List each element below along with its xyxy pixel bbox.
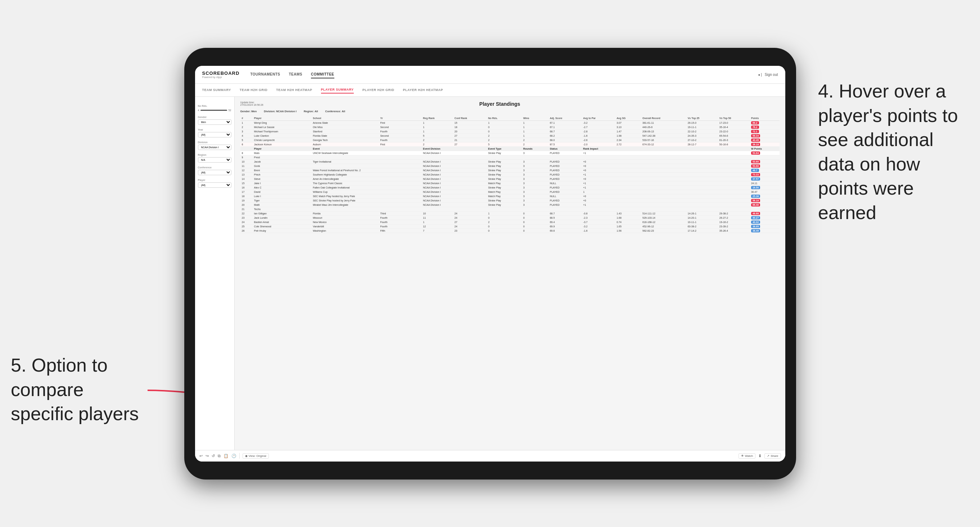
filter-gender: Gender: Men xyxy=(240,110,257,113)
redo-icon[interactable]: ↪ xyxy=(205,454,209,458)
points-badge[interactable]: 38.95 xyxy=(751,225,760,228)
points-badge[interactable]: 53.60 xyxy=(751,164,760,168)
paste-icon[interactable]: 📋 xyxy=(223,454,229,458)
sub-nav-player-summary[interactable]: PLAYER SUMMARY xyxy=(321,86,354,94)
nav-item-teams[interactable]: TEAMS xyxy=(289,71,303,78)
tablet-frame: SCOREBOARD Powered by clippi TOURNAMENTS… xyxy=(184,48,796,479)
sign-out-link[interactable]: Sign out xyxy=(765,73,778,77)
points-badge[interactable]: 56.18 xyxy=(751,199,760,202)
points-badge[interactable]: 53.60 xyxy=(751,160,760,163)
col-avg-sg: Avg SG xyxy=(615,116,641,121)
division-select[interactable]: NCAA Division I xyxy=(198,144,231,150)
table-row: 21 Techs xyxy=(240,207,780,211)
points-badge[interactable]: 37.57 xyxy=(751,177,760,181)
table-row: 13 Phich Southern Highlands Collegiate N… xyxy=(240,172,780,177)
points-badge[interactable]: 38.49 xyxy=(751,229,760,232)
table-row: 11 Gonk NCAA Division I Stroke Play 3 PL… xyxy=(240,163,780,168)
points-badge[interactable]: 58.34 xyxy=(751,134,760,137)
refresh-icon[interactable]: ↺ xyxy=(212,454,215,458)
points-badge[interactable]: 40.49 xyxy=(751,138,760,142)
points-badge[interactable]: 66.40 xyxy=(751,203,760,206)
points-badge[interactable]: 72.1 xyxy=(751,130,759,133)
watch-icon: 👁 xyxy=(741,454,744,457)
col-rank: # xyxy=(240,116,253,121)
main-content: No Rds. 4 52 Gender Men Year (All) xyxy=(195,97,785,450)
division-label: Division xyxy=(198,141,231,143)
col-avg-to-par: Avg to Par xyxy=(582,116,615,121)
table-row: 26 Petr Hruby Washington Fifth 7 23 0 0 … xyxy=(240,229,780,233)
points-badge[interactable]: 25.38 xyxy=(751,195,760,198)
sub-nav-player-h2h-grid[interactable]: PLAYER H2H GRID xyxy=(363,87,395,93)
no-rds-min: 4 xyxy=(198,109,199,111)
points-badge[interactable]: 53.64 xyxy=(751,151,760,155)
col-reg-rank: Reg Rank xyxy=(422,116,453,121)
top-nav: SCOREBOARD Powered by clippi TOURNAMENTS… xyxy=(195,66,785,84)
no-rds-slider[interactable] xyxy=(200,110,227,111)
table-row: 6 Jackson Koivun Auburn First 2 27 5 2 8… xyxy=(240,142,780,146)
conference-label: Conference xyxy=(198,166,231,169)
tablet-screen: SCOREBOARD Powered by clippi TOURNAMENTS… xyxy=(195,66,785,462)
watch-btn[interactable]: 👁 Watch xyxy=(738,453,756,459)
player-select[interactable]: (All) xyxy=(198,183,231,188)
sub-nav-team-h2h-grid[interactable]: TEAM H2H GRID xyxy=(240,87,268,93)
download-icon[interactable]: ⬇ xyxy=(758,454,762,458)
points-badge-highlighted[interactable]: 38.18 xyxy=(751,143,760,146)
table-row: 14 Steve Amer An Intercollegiate NCAA Di… xyxy=(240,177,780,181)
sub-nav: TEAM SUMMARY TEAM H2H GRID TEAM H2H HEAT… xyxy=(195,84,785,97)
nav-items: TOURNAMENTS TEAMS COMMITTEE xyxy=(250,71,758,78)
year-select[interactable]: (All) xyxy=(198,132,231,137)
nav-item-committee[interactable]: COMMITTEE xyxy=(311,71,334,78)
logo-sub: Powered by clippi xyxy=(202,76,240,78)
annotation-left-text: 5. Option to compare specific players xyxy=(11,355,138,424)
points-badge[interactable]: 16.50 xyxy=(751,186,760,189)
table-row: 15 Jake I The Cypress Point Classic NCAA… xyxy=(240,181,780,185)
annotation-left: 5. Option to compare specific players xyxy=(11,353,148,426)
filter-row: Gender: Men Division: NCAA Division I Re… xyxy=(240,110,780,113)
gender-select[interactable]: Men xyxy=(198,119,231,125)
table-row: 8 Mats UNCW Seahawk Intercollegiate NCAA… xyxy=(240,151,780,155)
no-rds-max: 52 xyxy=(229,109,231,111)
copy-icon[interactable]: ⧉ xyxy=(218,454,221,458)
points-badge[interactable]: 48.68 xyxy=(751,212,760,215)
table-row: 1 Wenyi Ding Arizona State First 1 15 1 … xyxy=(240,121,780,125)
points-badge[interactable]: 73.33 xyxy=(751,173,760,176)
standings-title: Player Standings xyxy=(479,101,520,107)
annotation-right-text: 4. Hover over a player's points to see a… xyxy=(818,81,958,223)
sub-nav-team-summary[interactable]: TEAM SUMMARY xyxy=(202,87,231,93)
col-player: Player xyxy=(253,116,311,121)
clock-icon[interactable]: 🕐 xyxy=(231,454,237,458)
table-row: 16 Alex C Fallen Oak Collegiate Invitati… xyxy=(240,185,780,190)
points-badge[interactable]: 76.2 xyxy=(751,125,759,129)
col-adj-score: Adj. Score xyxy=(549,116,582,121)
annotation-right: 4. Hover over a player's points to see a… xyxy=(818,79,969,225)
sub-nav-team-h2h-heatmap[interactable]: TEAM H2H HEATMAP xyxy=(276,87,312,93)
points-badge[interactable]: 88.2 xyxy=(751,121,759,124)
content-area: Update time: 27/01/2024 16:56:26 Player … xyxy=(235,97,785,450)
col-overall-record: Overall Record xyxy=(641,116,686,121)
share-btn[interactable]: ↗ Share xyxy=(764,453,781,459)
sidebar: No Rds. 4 52 Gender Men Year (All) xyxy=(195,97,235,450)
table-row: 18 Luke I SEC Match Play hosted by Jerry… xyxy=(240,194,780,198)
filter-division: Division: NCAA Division I xyxy=(264,110,297,113)
player-label: Player xyxy=(198,179,231,181)
points-badge[interactable]: 40.02 xyxy=(751,221,760,224)
nav-item-tournaments[interactable]: TOURNAMENTS xyxy=(250,71,280,78)
no-rds-row: 4 52 xyxy=(198,108,231,112)
points-badge[interactable]: 46.7 xyxy=(751,169,759,172)
bottom-toolbar: ↩ ↪ ↺ ⧉ 📋 🕐 ◉ View: Original 👁 Watch ⬇ xyxy=(195,450,785,462)
undo-icon[interactable]: ↩ xyxy=(199,454,203,458)
table-row: 22 Ian Gilligan Florida Third 10 24 1 0 … xyxy=(240,211,780,216)
table-header-row: # Player School Yr Reg Rank Conf Rank No… xyxy=(240,116,780,121)
view-icon: ◉ xyxy=(245,454,248,457)
table-row: 20 Mattl Mirabel Maui Jim Intercollegiat… xyxy=(240,203,780,207)
table-row: 4 Luke Clanton Florida State Second 5 27… xyxy=(240,133,780,138)
col-points: Points xyxy=(750,116,780,121)
year-label: Year xyxy=(198,129,231,131)
points-badge[interactable]: 40.27 xyxy=(751,216,760,219)
sub-nav-player-h2h-heatmap[interactable]: PLAYER H2H HEATMAP xyxy=(403,87,443,93)
no-rds-label: No Rds. xyxy=(198,105,231,107)
view-original-btn[interactable]: ◉ View: Original xyxy=(243,453,269,459)
col-wins: Wins xyxy=(522,116,549,121)
region-select[interactable]: N/A xyxy=(198,157,231,163)
conference-select[interactable]: (All) xyxy=(198,170,231,175)
